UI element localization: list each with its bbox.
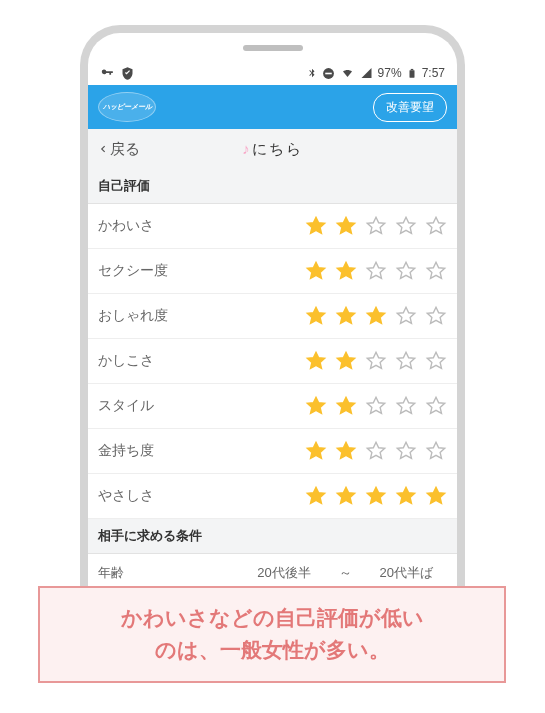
title-text: にちら xyxy=(252,140,303,157)
star-icon xyxy=(365,350,387,372)
rating-label: おしゃれ度 xyxy=(98,307,305,325)
rating-stars xyxy=(305,485,447,507)
phone-frame: 97% 7:57 ハッピーメール 改善要望 戻る ♪にちら 自己評価 かわいさ xyxy=(80,25,465,680)
rating-stars xyxy=(305,215,447,237)
app-logo[interactable]: ハッピーメール xyxy=(98,92,156,122)
phone-screen: 97% 7:57 ハッピーメール 改善要望 戻る ♪にちら 自己評価 かわいさ xyxy=(88,33,457,672)
star-icon xyxy=(395,350,417,372)
section-header-self-eval: 自己評価 xyxy=(88,169,457,204)
chevron-left-icon xyxy=(98,142,108,156)
dnd-icon xyxy=(322,67,335,80)
rating-label: かわいさ xyxy=(98,217,305,235)
callout-line2: のは、一般女性が多い。 xyxy=(155,638,390,661)
star-icon xyxy=(335,260,357,282)
desired-label: 年齢 xyxy=(98,564,243,582)
rating-row[interactable]: 金持ち度 xyxy=(88,429,457,474)
rating-label: セクシー度 xyxy=(98,262,305,280)
svg-rect-3 xyxy=(410,68,413,69)
clock-time: 7:57 xyxy=(422,66,445,80)
desired-val1: 20代後半 xyxy=(257,564,310,582)
desired-row[interactable]: 年齢 20代後半 ～ 20代半ば xyxy=(88,554,457,584)
back-label: 戻る xyxy=(110,140,140,159)
signal-icon xyxy=(360,67,373,79)
callout-line1: かわいさなどの自己評価が低い xyxy=(121,606,424,629)
rating-label: かしこさ xyxy=(98,352,305,370)
star-icon xyxy=(425,260,447,282)
star-icon xyxy=(335,305,357,327)
battery-pct: 97% xyxy=(378,66,402,80)
star-icon xyxy=(305,260,327,282)
star-icon xyxy=(425,305,447,327)
star-icon xyxy=(425,215,447,237)
star-icon xyxy=(335,395,357,417)
star-icon xyxy=(365,260,387,282)
rating-row[interactable]: おしゃれ度 xyxy=(88,294,457,339)
star-icon xyxy=(305,305,327,327)
star-icon xyxy=(305,485,327,507)
rating-row[interactable]: スタイル xyxy=(88,384,457,429)
star-icon xyxy=(335,215,357,237)
star-icon xyxy=(395,215,417,237)
title-icon: ♪ xyxy=(242,140,252,157)
star-icon xyxy=(395,485,417,507)
star-icon xyxy=(365,305,387,327)
star-icon xyxy=(425,350,447,372)
rating-row[interactable]: やさしさ xyxy=(88,474,457,519)
rating-label: スタイル xyxy=(98,397,305,415)
star-icon xyxy=(365,485,387,507)
star-icon xyxy=(365,395,387,417)
desired-tilde: ～ xyxy=(339,564,352,582)
rating-stars xyxy=(305,260,447,282)
star-icon xyxy=(395,440,417,462)
rating-stars xyxy=(305,395,447,417)
star-icon xyxy=(395,305,417,327)
star-icon xyxy=(365,440,387,462)
rating-stars xyxy=(305,350,447,372)
content-area: 自己評価 かわいさ セクシー度 おしゃれ度 かしこさ スタイル 金持ち度 やさし… xyxy=(88,169,457,600)
star-icon xyxy=(425,485,447,507)
star-icon xyxy=(335,485,357,507)
rating-label: 金持ち度 xyxy=(98,442,305,460)
rating-stars xyxy=(305,305,447,327)
status-bar: 97% 7:57 xyxy=(88,61,457,85)
star-icon xyxy=(335,350,357,372)
rating-label: やさしさ xyxy=(98,487,305,505)
back-button[interactable]: 戻る xyxy=(98,140,140,159)
key-icon xyxy=(100,66,114,80)
shield-icon xyxy=(120,66,135,81)
star-icon xyxy=(395,260,417,282)
phone-speaker xyxy=(243,45,303,51)
page-title: ♪にちら xyxy=(88,140,457,159)
bluetooth-icon xyxy=(307,66,317,80)
rating-row[interactable]: セクシー度 xyxy=(88,249,457,294)
nav-bar: 戻る ♪にちら xyxy=(88,129,457,169)
wifi-icon xyxy=(340,67,355,79)
star-icon xyxy=(425,395,447,417)
star-icon xyxy=(425,440,447,462)
app-header: ハッピーメール 改善要望 xyxy=(88,85,457,129)
star-icon xyxy=(395,395,417,417)
star-icon xyxy=(365,215,387,237)
star-icon xyxy=(305,395,327,417)
section-header-desired: 相手に求める条件 xyxy=(88,519,457,554)
request-button[interactable]: 改善要望 xyxy=(373,93,447,122)
star-icon xyxy=(305,440,327,462)
svg-rect-1 xyxy=(325,72,332,74)
star-icon xyxy=(305,215,327,237)
star-icon xyxy=(305,350,327,372)
svg-rect-2 xyxy=(409,70,414,78)
desired-val2: 20代半ば xyxy=(380,564,433,582)
ratings-list: かわいさ セクシー度 おしゃれ度 かしこさ スタイル 金持ち度 やさしさ xyxy=(88,204,457,519)
star-icon xyxy=(335,440,357,462)
rating-row[interactable]: かわいさ xyxy=(88,204,457,249)
rating-row[interactable]: かしこさ xyxy=(88,339,457,384)
battery-icon xyxy=(407,66,417,81)
annotation-callout: かわいさなどの自己評価が低い のは、一般女性が多い。 xyxy=(38,586,506,683)
rating-stars xyxy=(305,440,447,462)
